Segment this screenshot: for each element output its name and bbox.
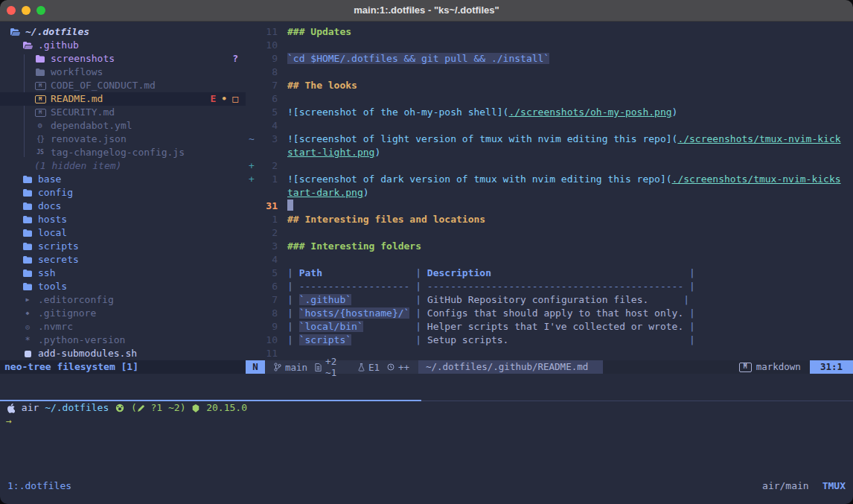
editor-pane[interactable]: 11### Updates109`cd $HOME/.dotfiles && g… <box>246 22 853 374</box>
editor-line[interactable]: 2 <box>246 226 853 240</box>
editor-line[interactable]: 4 <box>246 119 853 133</box>
tree-item-editorconfig[interactable]: ▶.editorconfig <box>0 293 246 307</box>
play-icon: ▶ <box>22 293 33 307</box>
syntax-segment: | <box>287 281 299 292</box>
prompt-input-line[interactable]: → <box>0 415 853 428</box>
tree-item-tools[interactable]: tools <box>0 280 246 293</box>
tree-item-renovate-json[interactable]: {}renovate.json <box>0 133 246 146</box>
tree-item-python-version[interactable]: *.python-version <box>0 334 246 347</box>
editor-line[interactable]: tart-dark.png) <box>246 186 853 200</box>
syntax-segment: Helper scripts that I've collected or wr… <box>427 321 683 332</box>
editor-line[interactable]: 6| ------------------- | ---------------… <box>246 280 853 293</box>
line-number: 1 <box>258 213 278 226</box>
markdown-icon: M <box>34 82 46 90</box>
syntax-segment: | <box>683 307 695 319</box>
editor-line[interactable]: +2 <box>246 159 853 173</box>
tree-item-base[interactable]: base <box>0 173 246 186</box>
minimize-button[interactable] <box>22 6 31 15</box>
syntax-segment: | <box>287 267 299 278</box>
tmux-status-right: air/main TMUX <box>762 479 846 494</box>
editor-line[interactable]: ~3![screenshot of light version of tmux … <box>246 133 853 146</box>
line-number: 31 <box>258 200 278 213</box>
line-number: 6 <box>258 280 278 293</box>
folder-icon <box>22 216 33 223</box>
tree-item-add-submodules-sh[interactable]: add-submodules.sh <box>0 347 246 360</box>
tree-item-config[interactable]: config <box>0 186 246 200</box>
editor-line[interactable]: 10| `scripts` | Setup scripts. | <box>246 334 853 347</box>
tree-item-ssh[interactable]: ssh <box>0 267 246 280</box>
editor-line[interactable]: 10 <box>246 39 853 52</box>
tree-item-label: README.md <box>51 92 103 106</box>
status-badge: • <box>221 92 227 106</box>
tree-item-code-of-conduct-md[interactable]: MCODE_OF_CONDUCT.md <box>0 79 246 92</box>
line-text: | `.github` | GitHub Repository configur… <box>287 294 689 305</box>
editor-line[interactable]: 6 <box>246 92 853 106</box>
editor-line[interactable]: start-light.png) <box>246 146 853 159</box>
git-status-badges: E•□ <box>211 92 246 106</box>
editor-line[interactable]: 8| `hosts/{hostname}/` | Configs that sh… <box>246 307 853 320</box>
editor-line[interactable]: 9| `local/bin` | Helper scripts that I'v… <box>246 320 853 334</box>
editor-line[interactable]: +1![screenshot of dark version of tmux w… <box>246 173 853 186</box>
asterisk-icon: * <box>22 334 33 347</box>
close-button[interactable] <box>7 6 16 15</box>
folder-icon <box>22 256 33 264</box>
syntax-segment: ![screenshot of light version of tmux wi… <box>287 133 677 144</box>
git-changes-info: +2 ~1 <box>315 356 351 378</box>
terminal-window: main:1:.dotfiles - "ks~/.dotfiles" ~/.do… <box>0 0 853 504</box>
text-cursor <box>287 200 293 211</box>
tree-item-label: workflows <box>51 66 103 79</box>
editor-line[interactable]: 9`cd $HOME/.dotfiles && git pull && ./in… <box>246 52 853 66</box>
tree-item-secrets[interactable]: secrets <box>0 253 246 267</box>
line-text: `cd $HOME/.dotfiles && git pull && ./ins… <box>287 53 549 64</box>
syntax-segment: ) <box>363 187 369 198</box>
editor-line[interactable]: 11### Updates <box>246 25 853 39</box>
tree-item-label: ~/.dotfiles <box>25 25 89 39</box>
tree-item-label: secrets <box>38 253 79 267</box>
tree-item-security-md[interactable]: MSECURITY.md <box>0 106 246 119</box>
tree-item-gitignore[interactable]: ◆.gitignore <box>0 307 246 320</box>
editor-line[interactable]: 7## The looks <box>246 79 853 92</box>
tree-item-scripts[interactable]: scripts <box>0 240 246 253</box>
editor-line[interactable]: 8 <box>246 66 853 79</box>
tree-item-local[interactable]: local <box>0 226 246 240</box>
syntax-segment: ./screenshots/oh-my-posh.png <box>508 106 671 118</box>
syntax-segment: | <box>409 334 426 345</box>
nvim-statusline: N main +2 ~1 <box>246 360 853 374</box>
tree-item-screenshots[interactable]: screenshots? <box>0 52 246 66</box>
editor-line[interactable]: 5![screenshot of the oh-my-posh shell](.… <box>246 106 853 119</box>
tmux-window-tab[interactable]: 1:.dotfiles <box>7 479 71 494</box>
tree-item-label: config <box>38 186 73 200</box>
folder-open-icon <box>22 42 33 49</box>
syntax-segment: ------------------- <box>299 281 410 292</box>
tree-item-tag-changelog-config-js[interactable]: JStag-changelog-config.js <box>0 146 246 159</box>
line-text: ## Interesting files and locations <box>287 214 485 225</box>
editor-line[interactable]: 5| Path | Description | <box>246 267 853 280</box>
editor-line[interactable]: 31 <box>246 200 853 213</box>
syntax-segment: ----------------------------------------… <box>427 281 683 292</box>
tree-item-hosts[interactable]: hosts <box>0 213 246 226</box>
tree-item-1-hidden-item[interactable]: (1 hidden item) <box>0 159 246 173</box>
editor-line[interactable]: 3### Interesting folders <box>246 240 853 253</box>
prompt-segment: ~/.dotfiles <box>45 401 115 415</box>
syntax-segment: `cd $HOME/.dotfiles && git pull && ./ins… <box>287 53 549 64</box>
tree-item-nvmrc[interactable]: ◎.nvmrc <box>0 320 246 334</box>
shell-pane[interactable]: air ~/.dotfiles ( ?1 ~2) 20.15.0 → <box>0 401 853 428</box>
tree-item-github[interactable]: .github <box>0 39 246 52</box>
tree-item-dependabot-yml[interactable]: ⚙dependabot.yml <box>0 119 246 133</box>
status-badge: ? <box>232 52 238 66</box>
zoom-button[interactable] <box>36 6 45 15</box>
editor-line[interactable]: 1## Interesting files and locations <box>246 213 853 226</box>
tree-item-label: (1 hidden item) <box>34 159 121 173</box>
editor-line[interactable]: 7| `.github` | GitHub Repository configu… <box>246 293 853 307</box>
tree-item-workflows[interactable]: workflows <box>0 66 246 79</box>
tree-item-label: local <box>38 226 67 240</box>
tree-item-dotfiles[interactable]: ~/.dotfiles <box>0 25 246 39</box>
tree-item-docs[interactable]: docs <box>0 200 246 213</box>
tree-item-readme-md[interactable]: MREADME.mdE•□ <box>0 92 246 106</box>
apple-icon <box>7 403 15 413</box>
file-tree: ~/.dotfiles.githubscreenshots?workflowsM… <box>0 25 246 360</box>
cursor-position: 31:1 <box>810 360 853 374</box>
line-text: tart-dark.png) <box>287 187 369 198</box>
editor-line[interactable]: 4 <box>246 253 853 267</box>
syntax-segment: | <box>683 321 695 332</box>
